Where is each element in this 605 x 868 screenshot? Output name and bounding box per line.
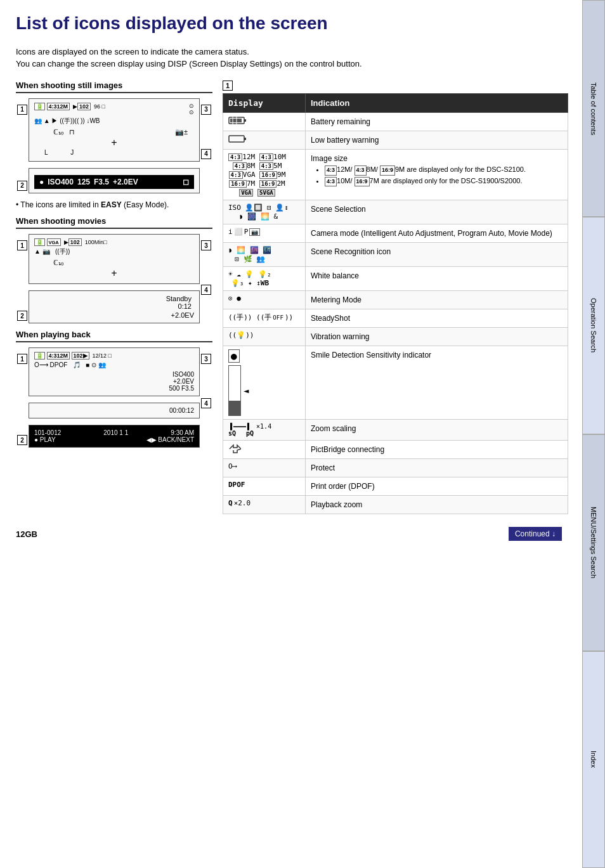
table-row-protect: O⟶ Protect — [223, 459, 568, 477]
img-size-43-10m: 4:3 — [259, 153, 273, 161]
play-row-2: O⟶ DPOF 🎵 ■ ⊙ 👥 — [34, 361, 194, 370]
still-plus: + — [34, 138, 194, 148]
still-diagram-outer: 1 3 4 2 🔋 4:312M ▶102 96 □ ⊙⊙ — [16, 98, 212, 193]
zoom-scale: ×1.4 — [252, 423, 271, 430]
svg-rect-1 — [244, 119, 246, 122]
play-play-label: ● PLAY — [34, 436, 56, 443]
img-size-43-vga: 4:3 — [229, 171, 243, 179]
img-bullet-1: 4:312M/ 4:38M/ 16:99M are displayed only… — [325, 164, 563, 176]
still-label-3: 3 — [201, 105, 211, 115]
img-size-row-5: VGA SVGA — [239, 188, 275, 197]
play-102-icon: 102▶ — [72, 352, 89, 360]
scene-rec-row-1: ◗ 🌅 🌆 🌃 — [228, 246, 272, 254]
img-size-vga-s: VGA — [239, 189, 253, 197]
vibration-symbol: ((💡)) — [228, 331, 254, 339]
smile-bar-fill — [229, 401, 240, 415]
play-diagram-top: 🔋 4:312M 102▶ 12/12 □ O⟶ DPOF 🎵 ■ ⊙ 👥 IS… — [29, 347, 200, 396]
low-battery-indication: Low battery warning — [306, 131, 568, 150]
table-row-camera-mode: i⬜ P 📷 Camera mode (Intelligent Auto Adj… — [223, 224, 568, 243]
table-row-dpof: DPOF Print order (DPOF) — [223, 477, 568, 496]
play-ev-row: +2.0EV500 F3.5 — [34, 378, 194, 392]
table-row-zoom: ▐ ▌ ×1.4 sQ pQ Zoom scaling — [223, 420, 568, 441]
zoom-sq: sQ — [228, 430, 236, 437]
scene-rec-display: ◗ 🌅 🌆 🌃 ⊡ 🌿 👥 — [223, 243, 306, 267]
movie-diagram-top: 🔋 VGA ▶102 100Min□ ▲ 📷 ((手)) ℂ₁₀ + — [29, 234, 200, 284]
zoom-q-icon: Q — [228, 499, 233, 507]
vibration-display: ((💡)) — [223, 328, 306, 346]
play-43-12m: 4:312M — [47, 352, 70, 360]
play-battery-icon: 🔋 — [34, 352, 45, 360]
sidebar-tab-toc[interactable]: Table of contents — [582, 0, 605, 217]
movie-standby: Standby0:12 — [34, 295, 194, 310]
scene-sel-symbol: ISO 👤🔲 ⊡ 👤↕ ◗ 🎆 🌅 & — [228, 204, 289, 221]
table-row-metering: ⊙ ● Metering Mode — [223, 291, 568, 309]
cam-mode-indication: Camera mode (Intelligent Auto Adjustment… — [306, 224, 568, 243]
sidebar-tab-menu-search[interactable]: MENU/Settings Search — [582, 434, 605, 651]
battery-icon: 🔋 — [34, 103, 45, 110]
battery-symbol — [228, 116, 247, 125]
play-label-4: 4 — [201, 398, 211, 408]
play-date: 2010 1 1 — [103, 429, 128, 436]
movie-label-4: 4 — [201, 285, 211, 295]
scene-sel-display: ISO 👤🔲 ⊡ 👤↕ ◗ 🎆 🌅 & — [223, 200, 306, 224]
dpof-indication: Print order (DPOF) — [306, 477, 568, 496]
image-size-indication: Image size 4:312M/ 4:38M/ 16:99M are dis… — [306, 150, 568, 200]
table-row-vibration: ((💡)) Vibration warning — [223, 328, 568, 346]
still-mode-icon: ◻ — [183, 178, 189, 186]
sidebar-tab-op-search[interactable]: Operation Search — [582, 217, 605, 434]
still-diagram-top: 🔋 4:312M ▶102 96 □ ⊙⊙ 👥 ▲ ▶ ((手))(( )) ↓… — [29, 98, 200, 162]
cam-mode-symbol: i⬜ P 📷 — [228, 228, 260, 236]
protect-indication: Protect — [306, 459, 568, 477]
image-size-bullets: 4:312M/ 4:38M/ 16:99M are displayed only… — [316, 164, 563, 186]
two-column-layout: When shooting still images 1 3 4 2 🔋 4:3… — [16, 81, 568, 515]
still-row-2: 👥 ▲ ▶ ((手))(( )) ↓WB — [34, 117, 194, 126]
movie-row-2: ▲ 📷 ((手)) — [34, 247, 194, 256]
scene-rec-symbol: ◗ 🌅 🌆 🌃 ⊡ 🌿 👥 — [228, 246, 272, 263]
page-number: 12GB — [16, 529, 37, 539]
still-top-left: 🔋 4:312M ▶102 96 □ — [34, 103, 105, 110]
play-label-1: 1 — [17, 354, 27, 364]
still-top-circle: ⊙⊙ — [189, 103, 194, 115]
play-time: 00:00:12 — [34, 407, 194, 414]
play-info-row: 101-0012 2010 1 1 9:30 AM — [34, 429, 194, 436]
img-b1-43-2: 4:3 — [355, 165, 367, 176]
play-top-left: 🔋 4:312M 102▶ 12/12 □ — [34, 352, 112, 360]
img-size-43-5m: 4:3 — [259, 162, 273, 170]
icon-table: Display Indication — [223, 93, 568, 515]
cam-mode-display: i⬜ P 📷 — [223, 224, 306, 243]
steadyshot-display: ((手)) ((手OFF)) — [223, 309, 306, 328]
low-battery-svg — [228, 134, 247, 143]
img-size-169-7m: 16:9 — [229, 180, 247, 188]
smile-bar-row: ◄ — [228, 365, 249, 416]
pictbridge-symbol — [228, 444, 241, 454]
sidebar-tab-index[interactable]: Index — [582, 651, 605, 868]
pictbridge-svg — [228, 444, 241, 454]
pictbridge-display — [223, 441, 306, 459]
bullet-note: • The icons are limited in EASY (Easy Mo… — [16, 200, 212, 211]
smile-arrow: ◄ — [244, 385, 249, 396]
zoom-row-1: ▐ ▌ ×1.4 — [228, 423, 300, 430]
still-dot: ● — [39, 178, 44, 186]
right-column: 1 Display Indication — [223, 81, 568, 515]
zoom-indication: Zoom scaling — [306, 420, 568, 441]
zoom-bar-right: ▌ — [247, 423, 251, 430]
img-size-row-3: 4:3VGA 16:99M — [229, 171, 286, 179]
play-bottom-box: 00:00:12 — [29, 403, 200, 418]
img-size-row-2: 4:38M 4:35M — [233, 162, 282, 170]
intro-text: Icons are displayed on the screen to ind… — [16, 46, 568, 70]
img-size-43-12m: 4:3 — [228, 153, 242, 161]
still-iso: ISO400 — [48, 178, 74, 186]
img-size-169-9m: 16:9 — [259, 171, 277, 179]
table-num-1: 1 — [223, 81, 233, 91]
still-shutter: 125 — [77, 178, 90, 186]
play-time-display: 9:30 AM — [171, 429, 194, 436]
low-battery-symbol — [228, 134, 247, 143]
scene-sel-row-1: ISO 👤🔲 ⊡ 👤↕ — [228, 204, 289, 212]
sidebar-tab-menu-search-label: MENU/Settings Search — [590, 507, 597, 578]
zoom-row-2: sQ pQ — [228, 430, 300, 437]
battery-icon-svg — [228, 116, 247, 125]
movie-diagram-outer: 1 3 4 2 🔋 VGA ▶102 100Min□ ▲ 📷 (( — [16, 234, 212, 323]
movie-102: 102 — [68, 238, 82, 246]
play-info-bar: 101-0012 2010 1 1 9:30 AM ● PLAY ◀▶ BACK… — [29, 425, 200, 448]
metering-symbol: ⊙ ● — [228, 294, 241, 302]
